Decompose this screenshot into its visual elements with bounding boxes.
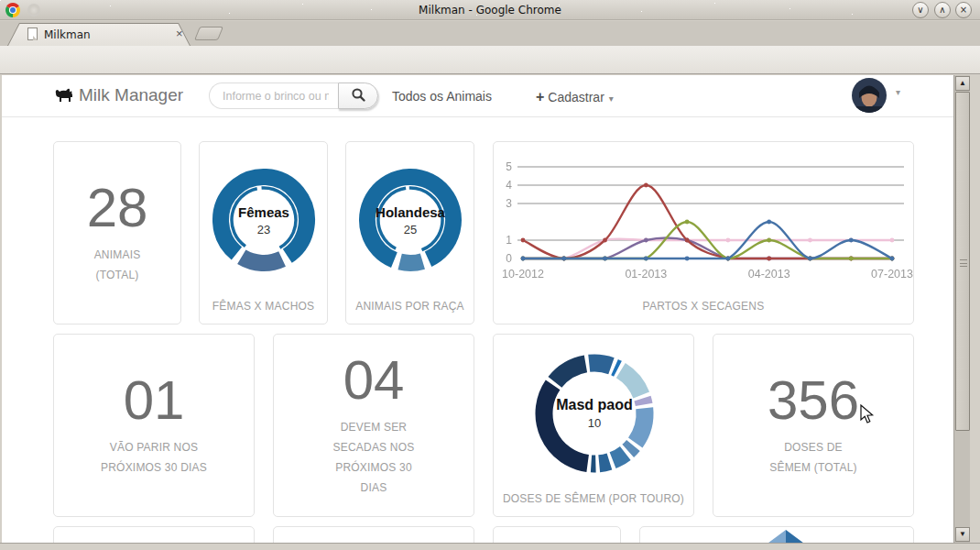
browser-toolbar: localhost:5000/index ☆ k g+1 [0,46,980,74]
tab-milkman[interactable]: Milkman × [7,23,191,46]
semen-total-label: DOSES DE SÊMEM (TOTAL) [713,437,913,478]
scroll-down-button[interactable]: ▼ [955,527,970,542]
tab-title: Milkman [44,28,91,41]
total-animals-value: 28 [87,181,148,236]
semen-donut-center: Masd paod 10 [539,397,649,430]
card-femeas-machos: Fêmeas 23 FÊMAS X MACHOS [199,141,328,324]
semen-bull-card-label: DOSES DE SÊMEM (POR TOURO) [494,492,693,505]
card-animais-total: 28 ANIMAIS (TOTAL) [53,141,181,324]
drying-value: 04 [343,353,405,408]
tab-close-icon[interactable]: × [176,27,183,40]
search-input[interactable] [209,82,338,109]
card-partial-1 [53,526,255,543]
gender-center-title: Fêmeas [209,204,319,220]
avatar[interactable] [852,78,887,113]
search-button[interactable] [338,82,378,109]
window-title: Milkman - Google Chrome [0,4,980,16]
card-doses-por-touro: Masd paod 10 DOSES DE SÊMEM (POR TOURO) [493,334,694,517]
scrollbar-grip [960,259,967,267]
window-bottom-border [0,543,980,550]
partos-secagens-line-chart[interactable] [494,142,915,289]
calving-label: VÃO PARIR NOS PRÓXIMOS 30 DIAS [54,437,254,478]
close-window-button[interactable]: × [955,2,972,18]
partial-pyramid-chart [754,530,818,543]
gender-center-value: 23 [209,223,319,236]
drying-label: DEVEM SER SECADAS NOS PRÓXIMOS 30 DIAS [274,417,474,499]
semen-center-value: 10 [539,416,649,430]
search-icon [351,87,366,103]
plus-icon: + [536,89,544,104]
cow-icon [53,88,75,104]
register-label: Cadastrar [548,90,604,104]
browser-window: Milkman - Google Chrome ∨ ∧ × Milkman × … [0,0,980,550]
page-content: Milk Manager Todos os Animais +Cadastrar… [2,75,970,543]
nav-all-animals-link[interactable]: Todos os Animais [392,89,492,104]
card-vao-parir: 01 VÃO PARIR NOS PRÓXIMOS 30 DIAS [53,334,255,517]
calving-value: 01 [124,373,185,428]
card-doses-total: 356 DOSES DE SÊMEM (TOTAL) [713,334,914,517]
tab-strip: Milkman × [0,21,980,46]
breed-donut-center: Holandesa 25 [355,204,465,236]
window-titlebar: Milkman - Google Chrome ∨ ∧ × [0,0,980,20]
avatar-image [852,78,887,113]
card-partos-secagens: PARTOS X SECAGENS [493,141,914,324]
register-dropdown[interactable]: +Cadastrar▾ [536,89,614,105]
page-favicon-icon [27,28,38,40]
maximize-button[interactable]: ∧ [934,2,951,18]
breed-center-title: Holandesa [355,204,465,220]
chevron-down-icon: ▾ [609,94,614,104]
gender-card-label: FÊMAS X MACHOS [200,300,327,313]
breed-card-label: ANIMAIS POR RAÇA [346,300,474,313]
titlebar-speckles [0,0,1,1]
app-header: Milk Manager Todos os Animais +Cadastrar… [2,75,953,117]
minimize-button[interactable]: ∨ [912,2,929,18]
mouse-cursor [860,404,877,424]
vertical-scrollbar[interactable]: ▲ ▼ [953,75,970,543]
scroll-up-button[interactable]: ▲ [955,76,970,91]
scrollbar-thumb[interactable] [955,92,970,431]
card-partial-4 [639,526,914,543]
gender-donut-center: Fêmeas 23 [209,204,319,236]
avatar-caret-icon[interactable]: ▾ [896,87,900,97]
card-partial-3 [493,526,621,543]
card-partial-2 [273,526,474,543]
new-tab-button[interactable] [194,27,223,40]
card-devem-secar: 04 DEVEM SER SECADAS NOS PRÓXIMOS 30 DIA… [273,334,474,517]
breed-center-value: 25 [355,223,465,236]
total-animals-label: ANIMAIS (TOTAL) [54,245,180,285]
semen-center-title: Masd paod [539,397,649,413]
app-brand: Milk Manager [79,85,183,105]
card-animais-por-raca: Holandesa 25 ANIMAIS POR RAÇA [345,141,474,324]
births-chart-label: PARTOS X SECAGENS [494,300,913,313]
semen-total-value: 356 [768,373,859,428]
